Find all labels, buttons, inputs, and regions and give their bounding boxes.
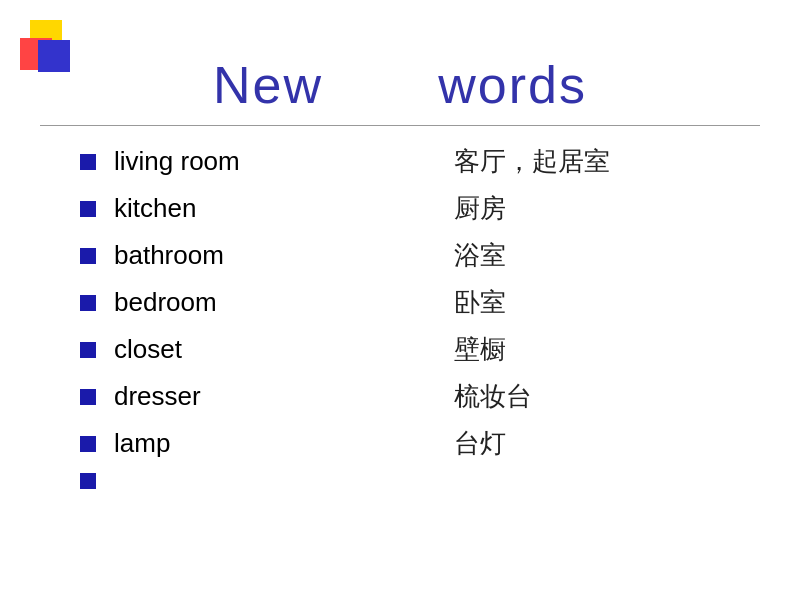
chinese-word: 台灯 <box>454 426 506 461</box>
chinese-word: 卧室 <box>454 285 506 320</box>
vocab-item: lamp台灯 <box>80 426 760 461</box>
page-container: New words living room客厅，起居室kitchen厨房bath… <box>0 0 800 600</box>
english-word: closet <box>114 334 394 365</box>
list-bullet <box>80 436 96 452</box>
empty-bullet <box>80 473 96 489</box>
empty-bullet-row <box>0 473 800 489</box>
list-bullet <box>80 201 96 217</box>
title-section: New words <box>0 0 800 125</box>
logo-graphic <box>20 20 90 90</box>
list-bullet <box>80 342 96 358</box>
logo-blue-square <box>38 40 70 72</box>
vocab-item: bathroom浴室 <box>80 238 760 273</box>
title-part2: words <box>438 56 587 114</box>
vocab-item: kitchen厨房 <box>80 191 760 226</box>
vocab-item: living room客厅，起居室 <box>80 144 760 179</box>
english-word: bedroom <box>114 287 394 318</box>
chinese-word: 梳妆台 <box>454 379 532 414</box>
english-word: bathroom <box>114 240 394 271</box>
english-word: dresser <box>114 381 394 412</box>
vocab-item: bedroom卧室 <box>80 285 760 320</box>
title-part1: New <box>213 56 323 114</box>
vocab-item: closet壁橱 <box>80 332 760 367</box>
list-bullet <box>80 389 96 405</box>
vocab-item: dresser梳妆台 <box>80 379 760 414</box>
english-word: living room <box>114 146 394 177</box>
title-divider <box>40 125 760 126</box>
chinese-word: 厨房 <box>454 191 506 226</box>
page-title: New words <box>213 56 587 114</box>
english-word: lamp <box>114 428 394 459</box>
list-bullet <box>80 295 96 311</box>
chinese-word: 客厅，起居室 <box>454 144 610 179</box>
chinese-word: 壁橱 <box>454 332 506 367</box>
list-bullet <box>80 154 96 170</box>
english-word: kitchen <box>114 193 394 224</box>
chinese-word: 浴室 <box>454 238 506 273</box>
vocab-list: living room客厅，起居室kitchen厨房bathroom浴室bedr… <box>0 144 800 461</box>
list-bullet <box>80 248 96 264</box>
